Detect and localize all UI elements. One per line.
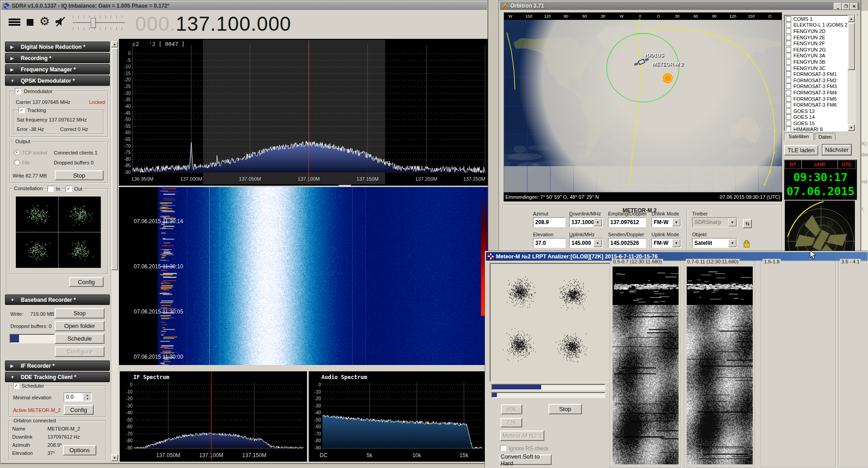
panel-if-recorder[interactable]: ▶IF Recorder * — [5, 360, 110, 371]
panel-digital-noise-reduction[interactable]: ▶Digital Noise Reduction * — [5, 42, 110, 52]
satellite-checkbox[interactable] — [786, 41, 791, 46]
volume-slider[interactable] — [73, 15, 125, 30]
constellation-out-checkbox[interactable]: ✓ — [66, 186, 72, 192]
list-scroll-thumb[interactable] — [848, 23, 855, 70]
panel-recording[interactable]: ▶Recording * — [5, 53, 110, 63]
satellite-list-item[interactable]: GOES 13 — [785, 108, 847, 114]
dropdown-arrow-icon[interactable]: ▼ — [594, 218, 602, 226]
list-scroll-up[interactable]: ▲ — [848, 15, 855, 22]
satellite-list-item[interactable]: FORMOSAT-3 FM4 — [785, 89, 847, 96]
scroll-down-button[interactable]: ▼ — [111, 454, 118, 461]
orbitron-titlebar[interactable]: Orbitron 3.71 _ ❐ ✕ — [500, 1, 860, 10]
tab-daten[interactable]: Daten — [815, 133, 835, 140]
mute-icon[interactable] — [55, 16, 66, 27]
panel-dde-tracking-client[interactable]: ▼DDE Tracking Client * — [5, 372, 110, 382]
satellite-checkbox[interactable] — [786, 47, 791, 52]
world-map-display[interactable] — [504, 12, 782, 192]
driver-transfer-button[interactable]: ⇆ — [743, 219, 752, 228]
tcp-socket-radio[interactable] — [14, 150, 20, 155]
satellite-list-item[interactable]: FENGYUN 3A — [785, 53, 847, 59]
uplink-mhz-field[interactable]: 145.000▼ — [569, 238, 603, 248]
file-radio[interactable] — [14, 159, 20, 165]
satellite-checkbox[interactable] — [786, 59, 791, 65]
rf-spectrum-display[interactable] — [119, 39, 488, 186]
satellite-list-item[interactable]: FENGYUN 3B — [785, 59, 847, 65]
waterfall-display[interactable] — [119, 187, 488, 365]
bb-stop-button[interactable]: Stop — [55, 308, 104, 318]
spinner[interactable]: ▲▼ — [84, 393, 91, 401]
elevation-field[interactable]: 37.0 — [533, 238, 566, 248]
slider-thumb[interactable] — [91, 18, 96, 28]
satellite-checkbox[interactable] — [786, 71, 791, 77]
azimut-field[interactable]: 208.9 — [533, 217, 566, 227]
empfang-doppler-field[interactable]: 137.097612 — [608, 217, 646, 227]
satellite-list-item[interactable]: FORMOSAT-3 FM6 — [785, 102, 847, 108]
satellite-checkbox[interactable] — [786, 84, 791, 89]
downlink-mhz-field[interactable]: 137.100000▼ — [569, 217, 603, 227]
list-scrollbar[interactable]: ▲ ▼ — [848, 15, 855, 131]
dropdown-arrow-icon[interactable]: ▼ — [594, 239, 602, 247]
satellite-checkbox[interactable] — [786, 102, 791, 108]
satellite-checkbox[interactable] — [786, 126, 791, 131]
satellite-list-item[interactable]: HIMAWARI 8 — [785, 126, 847, 131]
tracking-checkbox[interactable]: ✓ — [19, 107, 25, 113]
satellite-list-item[interactable]: FENGYUN 2G — [785, 47, 847, 53]
close-button[interactable]: ✕ — [850, 3, 858, 10]
satellite-list-item[interactable]: FENGYUN 2E — [785, 34, 847, 41]
satellite-list-item[interactable]: GOES 14 — [785, 114, 847, 121]
lrpt-stop-button[interactable]: Stop — [548, 404, 582, 414]
maximize-button[interactable]: ❐ — [842, 3, 850, 10]
objekt-field[interactable]: Satellit▼ — [692, 238, 737, 248]
spin-up-icon[interactable]: ▲ — [86, 394, 89, 397]
scroll-up-button[interactable]: ▲ — [111, 41, 118, 47]
satellite-list-item[interactable]: FENGYUN 2D — [785, 28, 847, 34]
dde-config-button[interactable]: Config — [64, 405, 94, 415]
uplink-mode-field[interactable]: FM-W▼ — [651, 238, 681, 248]
satellite-checkbox[interactable] — [786, 114, 791, 120]
sidebar-scrollbar[interactable]: ▲ ▼ — [111, 40, 119, 463]
senden-doppler-field[interactable]: 145.002526 — [608, 238, 646, 248]
satellite-list-item[interactable]: FORMOSAT-3 FM3 — [785, 84, 847, 90]
clock-mode-uhr[interactable]: UHR — [802, 160, 838, 169]
satellite-checkbox[interactable] — [786, 16, 791, 22]
satellite-list-item[interactable]: ELEKTRO-L 1 (GOMS 2) — [785, 22, 847, 28]
dropdown-arrow-icon[interactable]: ▼ — [728, 218, 736, 226]
satellite-checkbox[interactable] — [786, 90, 791, 95]
scrollbar-thumb[interactable] — [111, 48, 118, 270]
minimize-button[interactable]: _ — [834, 3, 842, 10]
tab-satelliten[interactable]: Satelliten — [784, 132, 814, 140]
satellite-list-item[interactable]: FORMOSAT-3 FM2 — [785, 77, 847, 84]
satellite-checkbox[interactable] — [786, 53, 791, 58]
output-stop-button[interactable]: Stop — [55, 170, 104, 180]
bb-schedule-button[interactable]: Schedule — [55, 333, 104, 344]
lock-icon[interactable] — [744, 243, 750, 248]
satellite-checkbox[interactable] — [786, 78, 791, 83]
scheduler-checkbox[interactable]: ✓ — [13, 383, 19, 389]
dropdown-arrow-icon[interactable]: ▼ — [672, 239, 680, 247]
panel-qpsk-demodulator[interactable]: ▼QPSK Demodulator * — [5, 75, 110, 86]
satellite-list-item[interactable]: FORMOSAT-3 FM1 — [785, 71, 847, 77]
satellite-checkbox[interactable] — [786, 108, 791, 114]
bb-open-folder-button[interactable]: Open folder — [55, 321, 104, 331]
stop-icon[interactable] — [27, 19, 33, 26]
dropdown-arrow-icon[interactable]: ▼ — [728, 239, 736, 247]
demodulator-checkbox[interactable]: ✓ — [15, 88, 21, 94]
satellite-checkbox[interactable] — [786, 35, 791, 40]
satellite-checkbox[interactable] — [786, 121, 791, 126]
spin-down-icon[interactable]: ▼ — [86, 398, 89, 400]
dropdown-arrow-icon[interactable]: ▼ — [672, 218, 680, 226]
satellite-checkbox[interactable] — [786, 96, 791, 102]
satellite-checkbox[interactable] — [786, 66, 791, 71]
satellite-list-item[interactable]: FENGYUN 3C — [785, 65, 847, 71]
minimal-elevation-field[interactable]: 0.0 ▲▼ — [64, 393, 92, 402]
clock-mode-utc[interactable]: UTC — [838, 160, 856, 169]
panel-frequency-manager[interactable]: ▶Frequency Manager * — [5, 64, 110, 75]
satellite-listbox[interactable]: COMS 1ELEKTRO-L 1 (GOMS 2)FENGYUN 2DFENG… — [784, 15, 855, 131]
constellation-config-button[interactable]: Config — [69, 277, 104, 287]
satellite-list-item[interactable]: FENGYUN 2F — [785, 40, 847, 47]
treiber-field[interactable]: SDRSharp▼ — [692, 217, 737, 227]
convert-soft-to-hard-button[interactable]: Convert Soft to Hard — [500, 454, 552, 465]
satellite-list-item[interactable]: GOES 15 — [785, 120, 847, 126]
clock-mode-rt[interactable]: RT — [784, 160, 802, 169]
satellite-list-item[interactable]: FORMOSAT-3 FM5 — [785, 96, 847, 102]
